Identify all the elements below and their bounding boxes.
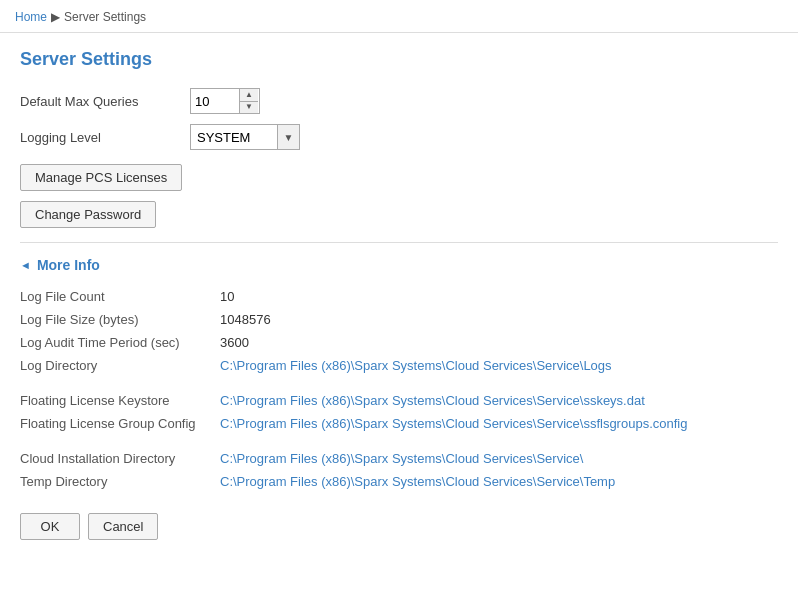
table-row: Cloud Installation Directory C:\Program … [20,447,778,470]
log-file-size-label: Log File Size (bytes) [20,308,220,331]
table-row: Log File Count 10 [20,285,778,308]
logging-level-select-wrapper[interactable]: SYSTEM DEBUG INFO WARNING ERROR ▼ [190,124,300,150]
more-info-section-header[interactable]: ◄ More Info [20,257,778,273]
temp-directory-link[interactable]: C:\Program Files (x86)\Sparx Systems\Clo… [220,474,615,489]
change-password-button-row: Change Password [20,201,778,228]
spinner-up-button[interactable]: ▲ [240,89,258,102]
log-file-size-value: 1048576 [220,308,778,331]
floating-license-keystore-value[interactable]: C:\Program Files (x86)\Sparx Systems\Clo… [220,389,778,412]
logging-level-row: Logging Level SYSTEM DEBUG INFO WARNING … [20,124,778,150]
table-row: Floating License Keystore C:\Program Fil… [20,389,778,412]
breadcrumb-current: Server Settings [64,10,146,24]
spinner-down-button[interactable]: ▼ [240,102,258,114]
table-row: Log Directory C:\Program Files (x86)\Spa… [20,354,778,377]
log-directory-value[interactable]: C:\Program Files (x86)\Sparx Systems\Clo… [220,354,778,377]
log-audit-time-value: 3600 [220,331,778,354]
log-directory-link[interactable]: C:\Program Files (x86)\Sparx Systems\Clo… [220,358,612,373]
log-file-count-label: Log File Count [20,285,220,308]
section-divider [20,242,778,243]
ok-button[interactable]: OK [20,513,80,540]
logging-level-label: Logging Level [20,130,190,145]
spinner-buttons: ▲ ▼ [239,89,258,113]
select-arrow-icon: ▼ [277,125,299,149]
breadcrumb: Home ▶ Server Settings [0,0,798,33]
table-row: Log File Size (bytes) 1048576 [20,308,778,331]
spacer-row [20,377,778,389]
more-info-table: Log File Count 10 Log File Size (bytes) … [20,285,778,493]
section-toggle-icon: ◄ [20,259,31,271]
table-row: Log Audit Time Period (sec) 3600 [20,331,778,354]
log-directory-label: Log Directory [20,354,220,377]
default-max-queries-row: Default Max Queries ▲ ▼ [20,88,778,114]
table-row: Temp Directory C:\Program Files (x86)\Sp… [20,470,778,493]
breadcrumb-separator: ▶ [51,10,60,24]
temp-directory-label: Temp Directory [20,470,220,493]
floating-license-keystore-label: Floating License Keystore [20,389,220,412]
logging-level-select[interactable]: SYSTEM DEBUG INFO WARNING ERROR [191,125,277,149]
manage-pcs-button-row: Manage PCS Licenses [20,164,778,191]
cancel-button[interactable]: Cancel [88,513,158,540]
change-password-button[interactable]: Change Password [20,201,156,228]
page-title: Server Settings [20,49,778,70]
table-row: Floating License Group Config C:\Program… [20,412,778,435]
cloud-installation-link[interactable]: C:\Program Files (x86)\Sparx Systems\Clo… [220,451,583,466]
log-audit-time-label: Log Audit Time Period (sec) [20,331,220,354]
log-file-count-value: 10 [220,285,778,308]
floating-license-group-link[interactable]: C:\Program Files (x86)\Sparx Systems\Clo… [220,416,687,431]
default-max-queries-spinner[interactable]: ▲ ▼ [190,88,260,114]
more-info-title: More Info [37,257,100,273]
main-content: Server Settings Default Max Queries ▲ ▼ … [0,33,798,556]
floating-license-keystore-link[interactable]: C:\Program Files (x86)\Sparx Systems\Clo… [220,393,645,408]
cloud-installation-label: Cloud Installation Directory [20,447,220,470]
spacer-row-2 [20,435,778,447]
bottom-actions: OK Cancel [20,513,778,540]
default-max-queries-input[interactable] [191,89,239,113]
cloud-installation-value[interactable]: C:\Program Files (x86)\Sparx Systems\Clo… [220,447,778,470]
manage-pcs-licenses-button[interactable]: Manage PCS Licenses [20,164,182,191]
floating-license-group-label: Floating License Group Config [20,412,220,435]
default-max-queries-label: Default Max Queries [20,94,190,109]
floating-license-group-value[interactable]: C:\Program Files (x86)\Sparx Systems\Clo… [220,412,778,435]
breadcrumb-home[interactable]: Home [15,10,47,24]
temp-directory-value[interactable]: C:\Program Files (x86)\Sparx Systems\Clo… [220,470,778,493]
